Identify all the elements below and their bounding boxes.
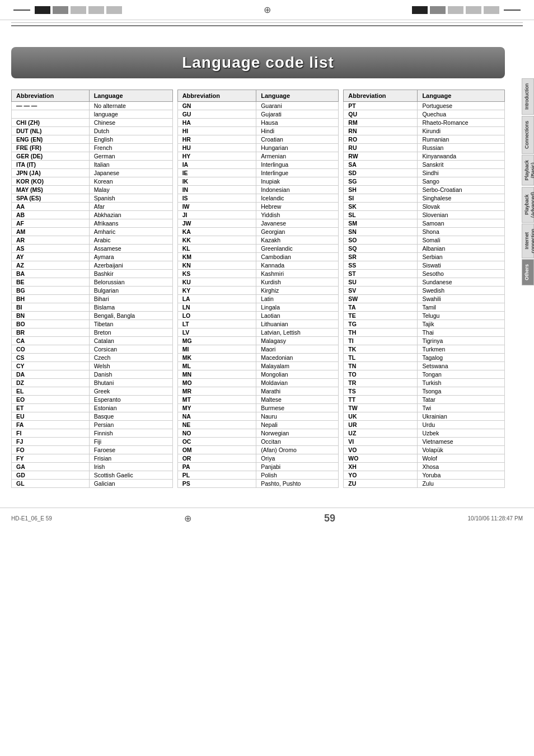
table-row: TKTurkmen: [344, 345, 505, 354]
abbr-cell: MO: [177, 379, 256, 387]
abbr-cell: BI: [12, 303, 90, 312]
abbr-cell: KN: [177, 261, 256, 270]
table-row: — — —No alternate: [12, 102, 173, 110]
table-row: SMSamoan: [344, 219, 505, 228]
lang-cell: Tsonga: [418, 387, 505, 396]
lang-cell: Uzbek: [418, 429, 505, 438]
lang-cell: Shona: [418, 228, 505, 236]
abbr-cell: TS: [344, 387, 418, 396]
lang-cell: Yiddish: [256, 211, 339, 219]
abbr-cell: HY: [177, 152, 256, 161]
table1-header-abbr: Abbreviation: [12, 90, 90, 102]
lang-cell: Swedish: [418, 287, 505, 295]
side-tab-playback-basic[interactable]: Playback(Basic): [522, 155, 534, 186]
abbr-cell: ENG (EN): [12, 135, 90, 144]
lang-cell: Kannada: [256, 261, 339, 270]
abbr-cell: HU: [177, 144, 256, 152]
table-row: GDScottish Gaelic: [12, 471, 173, 480]
abbr-cell: SS: [344, 261, 418, 270]
table-container: Abbreviation Language — — —No alternatel…: [11, 90, 505, 488]
lang-cell: Ukrainian: [418, 412, 505, 421]
abbr-cell: MG: [177, 337, 256, 345]
table-row: ETEstonian: [12, 404, 173, 412]
abbr-cell: SV: [344, 287, 418, 295]
abbr-cell: LN: [177, 303, 256, 312]
lang-cell: Indonesian: [256, 186, 339, 194]
abbr-cell: SU: [344, 278, 418, 287]
table-row: PTPortuguese: [344, 102, 505, 110]
table-row: SQAlbanian: [344, 245, 505, 253]
lang-cell: Hausa: [256, 119, 339, 127]
table-row: OROriya: [177, 454, 339, 463]
table-row: KYKirghiz: [177, 287, 339, 295]
table-row: UZUzbek: [344, 429, 505, 438]
top-bar-block-1: [35, 6, 50, 14]
abbr-cell: TO: [344, 370, 418, 379]
table-row: SSSiswati: [344, 261, 505, 270]
lang-cell: Danish: [89, 370, 172, 379]
abbr-cell: VI: [344, 438, 418, 446]
lang-cell: Somali: [418, 236, 505, 245]
lang-cell: Czech: [89, 354, 172, 362]
side-tab-internet[interactable]: Internetconnection: [522, 224, 534, 259]
abbr-cell: LA: [177, 295, 256, 303]
table-row: SVSwedish: [344, 287, 505, 295]
side-tab-others[interactable]: Others: [522, 259, 534, 285]
table-row: CSCzech: [12, 354, 173, 362]
top-bar: ⊕: [0, 0, 534, 20]
abbr-cell: MI: [177, 345, 256, 354]
abbr-cell: LO: [177, 312, 256, 320]
abbr-cell: SI: [344, 194, 418, 203]
table-row: BGBulgarian: [12, 287, 173, 295]
abbr-cell: KOR (KO): [12, 177, 90, 186]
lang-cell: Kashmiri: [256, 270, 339, 278]
abbr-cell: BO: [12, 320, 90, 328]
abbr-cell: TT: [344, 396, 418, 404]
side-tab-connections[interactable]: Connections: [522, 116, 534, 154]
top-crosshair: ⊕: [264, 4, 271, 15]
abbr-cell: MN: [177, 370, 256, 379]
table-row: MGMalagasy: [177, 337, 339, 345]
abbr-cell: AS: [12, 245, 90, 253]
table-row: KSKashmiri: [177, 270, 339, 278]
page-title: Language code list: [22, 54, 494, 72]
lang-cell: Bislama: [89, 303, 172, 312]
lang-cell: Singhalese: [418, 194, 505, 203]
abbr-cell: OR: [177, 454, 256, 463]
abbr-cell: NO: [177, 429, 256, 438]
abbr-cell: UR: [344, 421, 418, 429]
abbr-cell: EU: [12, 412, 90, 421]
abbr-cell: MT: [177, 396, 256, 404]
abbr-cell: FA: [12, 421, 90, 429]
table-row: TSTsonga: [344, 387, 505, 396]
table-row: EOEsperanto: [12, 396, 173, 404]
side-tab-playback-advanced[interactable]: Playback(Advanced): [522, 187, 534, 223]
lang-cell: Finnish: [89, 429, 172, 438]
lang-cell: German: [89, 152, 172, 161]
table-row: MLMalayalam: [177, 362, 339, 370]
lang-cell: Afrikaans: [89, 219, 172, 228]
table-row: LALatin: [177, 295, 339, 303]
abbr-cell: KK: [177, 236, 256, 245]
abbr-cell: OC: [177, 438, 256, 446]
abbr-cell: KY: [177, 287, 256, 295]
lang-cell: Croatian: [256, 135, 339, 144]
abbr-cell: DZ: [12, 379, 90, 387]
table-row: ZUZulu: [344, 480, 505, 488]
abbr-cell: VO: [344, 446, 418, 454]
abbr-cell: GD: [12, 471, 90, 480]
abbr-cell: SQ: [344, 245, 418, 253]
abbr-cell: CO: [12, 345, 90, 354]
table3-header-abbr: Abbreviation: [344, 90, 418, 102]
side-tab-introduction[interactable]: Introduction: [522, 78, 534, 115]
lang-cell: Malay: [89, 186, 172, 194]
table-row: DUT (NL)Dutch: [12, 127, 173, 135]
abbr-cell: BE: [12, 278, 90, 287]
abbr-cell: WO: [344, 454, 418, 463]
lang-cell: Kurdish: [256, 278, 339, 287]
abbr-cell: GN: [177, 102, 256, 110]
abbr-cell: SR: [344, 253, 418, 261]
table-row: PSPashto, Pushto: [177, 480, 339, 488]
table-row: GNGuarani: [177, 102, 339, 110]
table-row: SDSindhi: [344, 169, 505, 177]
